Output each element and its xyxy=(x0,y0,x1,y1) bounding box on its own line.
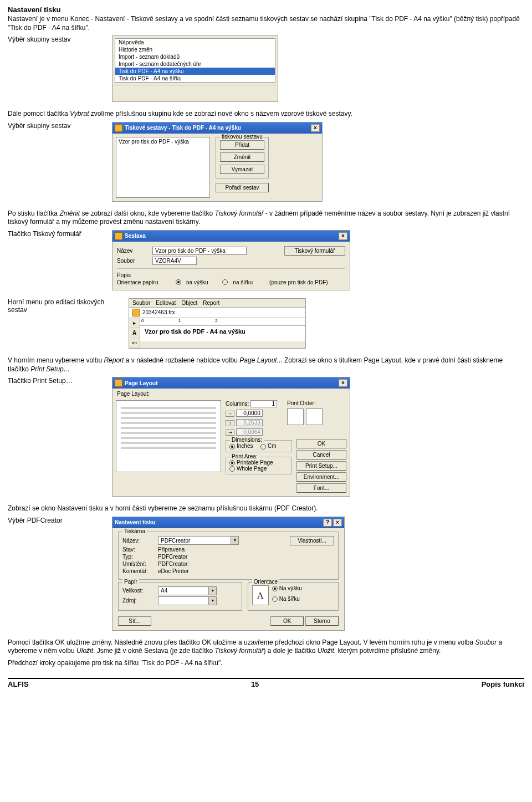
storno-button[interactable]: Storno xyxy=(305,616,339,626)
app-icon xyxy=(115,232,122,240)
menu-item-import-doklady[interactable]: Import - seznam dokladů xyxy=(115,53,275,60)
tool-pointer-icon[interactable]: ▸ xyxy=(129,318,140,328)
radio-printable-page[interactable] xyxy=(229,460,235,466)
fieldset-sestava-actions: tiskovou sestavu Přidat Změnit Vymazat xyxy=(216,137,269,178)
italic-report: Report xyxy=(104,356,124,364)
text: se zobrazí další okno, kde vybereme tlač… xyxy=(80,210,214,217)
label-typ: Typ: xyxy=(122,554,155,560)
velikost-value: A4 xyxy=(158,588,208,594)
legend-dimensions: Dimensions: xyxy=(230,437,264,443)
cancel-button[interactable]: Cancel xyxy=(296,450,346,459)
app-icon xyxy=(115,124,122,132)
radio-cm[interactable] xyxy=(260,444,266,449)
close-icon[interactable]: × xyxy=(333,519,342,527)
editor-ruler: 0 1 2 xyxy=(140,318,305,326)
printer-combo[interactable]: PDFCreator▾ xyxy=(158,536,239,545)
radio-whole-page[interactable] xyxy=(229,466,235,472)
legend-tiskarna: Tiskárna xyxy=(122,528,147,534)
paragraph-after-shot2: Po stisku tlačítka Změnit se zobrazí dal… xyxy=(8,210,524,227)
help-icon[interactable]: ? xyxy=(323,519,332,527)
menu-soubor[interactable]: Soubor xyxy=(132,300,150,306)
input-soubor[interactable]: VZORA4V xyxy=(152,257,197,265)
footer-right: Popis funkcí xyxy=(482,680,524,688)
fieldset-tiskarna: Tiskárna Název: PDFCreator▾ Vlastnosti..… xyxy=(118,532,339,580)
label-popis: Popis xyxy=(117,272,149,278)
radio-label-printable: Printable Page xyxy=(237,459,273,466)
text: . Jsme již v okně Sestava (je zde tlačít… xyxy=(93,647,214,655)
radio-label-vysku: na výšku xyxy=(186,279,208,285)
text: ) a dole je tlačítko xyxy=(263,647,317,655)
intro-paragraph: Nastavení je v menu Konec - Nastavení - … xyxy=(8,15,524,32)
italic-print-setup: Print Setup xyxy=(30,365,63,373)
footer-left: ALFIS xyxy=(8,680,29,688)
paragraph-after-shot1: Dále pomocí tlačítka Vybrat zvolíme přís… xyxy=(8,110,524,119)
file-icon xyxy=(132,309,140,316)
radio-na-vysku[interactable] xyxy=(176,279,181,285)
text: V horním menu vybereme volbu xyxy=(8,356,104,364)
label-print-order: Print Order: xyxy=(287,400,323,406)
legend-papir: Papír xyxy=(122,579,139,585)
menu-editovat[interactable]: Editovat xyxy=(156,300,176,306)
tool-text-icon[interactable]: A xyxy=(129,328,140,338)
chevron-down-icon[interactable]: ▾ xyxy=(208,597,216,605)
menu-item-historie[interactable]: Historie změn xyxy=(115,46,275,53)
caption-shot2: Výběr skupiny sestav xyxy=(8,122,102,130)
print-order-opt1[interactable] xyxy=(287,408,304,425)
sit-button[interactable]: Síť... xyxy=(118,616,151,626)
italic-zmenit: Změnit xyxy=(59,210,80,217)
vymazat-button[interactable]: Vymazat xyxy=(220,165,264,174)
menu-item-napoveda[interactable]: Nápověda xyxy=(115,39,275,46)
titlebar: Sestava × xyxy=(112,231,350,242)
italic-tiskovy-formular: Tiskový formulář xyxy=(215,210,264,217)
input-nazev[interactable]: Vzor pro tisk do PDF - výška xyxy=(152,247,247,255)
sestavy-listbox[interactable]: Vzor pro tisk do PDF - výška xyxy=(116,137,210,198)
menu-item-import-uhrady[interactable]: Import - seznam dodatečných úhr xyxy=(115,60,275,68)
print-setup-button[interactable]: Print Setup... xyxy=(296,461,346,471)
editor-filename: 20342463.frx xyxy=(142,309,175,315)
pridat-button[interactable]: Přidat xyxy=(220,140,264,150)
menu-item-pdf-sirku[interactable]: Tisk do PDF - A4 na šířku xyxy=(115,75,275,82)
tool-field-icon[interactable]: ab xyxy=(129,338,140,348)
radio-orient-vysku[interactable] xyxy=(272,586,278,591)
list-item[interactable]: Vzor pro tisk do PDF - výška xyxy=(119,139,189,145)
close-icon[interactable]: × xyxy=(339,379,347,387)
print-order-opt2[interactable] xyxy=(306,408,323,425)
vlastnosti-button[interactable]: Vlastnosti... xyxy=(290,536,334,545)
velikost-combo[interactable]: A4▾ xyxy=(158,586,217,595)
italic-tiskovy-formular2: Tiskový formulář xyxy=(215,647,264,655)
screenshot-sestava: Sestava × Název Vzor pro tisk do PDF - v… xyxy=(112,230,350,290)
zdroj-combo[interactable]: ▾ xyxy=(158,596,217,605)
fieldset-papir: Papír Velikost: A4▾ Zdroj: ▾ xyxy=(118,582,242,611)
tiskovy-formular-button[interactable]: Tiskový formulář xyxy=(284,246,345,256)
close-icon[interactable]: × xyxy=(339,232,347,240)
ok-button[interactable]: OK xyxy=(296,439,346,448)
label-velikost: Velikost: xyxy=(122,588,155,594)
menu-item-pdf-vysku[interactable]: Tisk do PDF - A4 na výšku xyxy=(115,68,275,75)
label-zdroj: Zdroj: xyxy=(122,597,155,604)
final-paragraph-1: Pomocí tlačítka OK uložíme změny. Násled… xyxy=(8,638,524,656)
menu-list[interactable]: Nápověda Historie změn Import - seznam d… xyxy=(115,38,275,83)
editor-toolbox: ▸ A ab xyxy=(129,318,140,348)
font-button[interactable]: Font... xyxy=(296,483,346,493)
menu-object[interactable]: Object xyxy=(181,300,197,306)
zmenit-button[interactable]: Změnit xyxy=(220,152,264,162)
legend-orientace: Orientace xyxy=(252,579,279,585)
input-col-margin: 0,0064 xyxy=(236,428,263,436)
close-icon[interactable]: × xyxy=(311,124,320,132)
poradi-sestav-button[interactable]: Pořadí sestav xyxy=(216,183,269,192)
radio-inches[interactable] xyxy=(229,444,235,449)
ok-button[interactable]: OK xyxy=(270,616,304,626)
menu-report[interactable]: Report xyxy=(203,300,219,306)
radio-na-sirku[interactable] xyxy=(222,279,228,285)
chevron-down-icon[interactable]: ▾ xyxy=(231,537,238,544)
radio-orient-sirku[interactable] xyxy=(272,596,278,602)
radio-label-cm: Cm xyxy=(268,443,277,449)
input-col-width[interactable]: 0,0000 xyxy=(236,410,263,417)
input-columns[interactable]: 1 xyxy=(250,400,277,407)
fieldset-legend: tiskovou sestavu xyxy=(220,134,264,140)
environment-button[interactable]: Environment... xyxy=(296,472,346,482)
caption-shot1: Výběr skupiny sestav xyxy=(8,35,102,43)
italic-soubor: Soubor xyxy=(475,638,497,646)
caption-shot6: Výběr PDFCreator xyxy=(8,517,102,524)
chevron-down-icon[interactable]: ▾ xyxy=(208,587,216,595)
